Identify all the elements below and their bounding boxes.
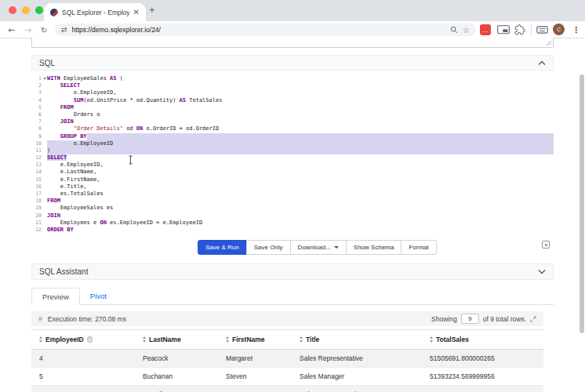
code-text: e.Title,: [47, 183, 87, 191]
column-header-totalsales[interactable]: TotalSales: [422, 336, 543, 343]
address-bar[interactable]: ⇄ https://demo.sqlexplorer.io/24/ ☆: [55, 24, 476, 36]
zoom-window-button[interactable]: [35, 6, 43, 14]
reload-icon[interactable]: ↻: [41, 21, 47, 38]
expand-results-icon[interactable]: [530, 316, 536, 322]
sort-icon[interactable]: [226, 336, 229, 343]
line-number: 11: [31, 147, 42, 154]
table-row[interactable]: 3LeverlingJanetSales Representative50455…: [31, 386, 543, 392]
tab-pivot[interactable]: Pivot: [80, 287, 117, 304]
sql-assistant-panel[interactable]: SQL Assistant: [31, 263, 554, 280]
line-number: 16: [31, 183, 42, 191]
keyboard-icon[interactable]: [536, 26, 548, 34]
adblock-extension-icon[interactable]: ...: [480, 24, 491, 35]
table-cell: 51505691.800000265: [422, 354, 543, 362]
code-line[interactable]: 17 es.TotalSales: [31, 191, 554, 198]
window-controls: [9, 6, 43, 14]
code-line[interactable]: 15 e.FirstName,: [31, 176, 554, 183]
column-header-title[interactable]: Title: [292, 336, 422, 343]
collapse-chevron-up-icon[interactable]: [538, 60, 546, 66]
site-settings-icon[interactable]: ⇄: [61, 26, 67, 34]
code-line[interactable]: 19 EmployeeSales es: [31, 205, 554, 212]
code-text: es.TotalSales: [47, 191, 104, 198]
column-header-firstname[interactable]: FirstName: [218, 336, 292, 343]
site-favicon: [50, 9, 58, 16]
code-line[interactable]: 9 GROUP BY: [31, 133, 554, 140]
show-schema-button[interactable]: Show Schema: [346, 240, 402, 255]
minimize-window-button[interactable]: [22, 6, 30, 14]
code-line[interactable]: 1WITH EmployeeSales AS (: [31, 75, 554, 82]
close-window-button[interactable]: [9, 6, 16, 14]
code-line[interactable]: 3 o.EmployeeID,: [31, 89, 554, 96]
sort-icon[interactable]: [430, 336, 433, 343]
line-number: 2: [31, 82, 42, 89]
fold-chevron-icon[interactable]: [42, 75, 47, 82]
code-line[interactable]: 12SELECT: [31, 154, 554, 162]
url-text[interactable]: https://demo.sqlexplorer.io/24/: [72, 26, 445, 34]
column-header-employeeid[interactable]: EmployeeID: [31, 336, 135, 343]
table-row[interactable]: 5BuchananStevenSales Manager51393234.569…: [31, 368, 543, 386]
code-text: o.EmployeeID,: [47, 89, 117, 96]
new-tab-button[interactable]: +: [149, 4, 155, 16]
column-header-label: EmployeeID: [45, 336, 84, 343]
fold-gutter: [42, 220, 47, 227]
sort-icon[interactable]: [143, 336, 146, 343]
code-line[interactable]: 20JOIN: [31, 212, 554, 220]
code-text: Employees e ON es.EmployeeID = e.Employe…: [47, 220, 202, 227]
code-line[interactable]: 8 "Order Details" od ON o.OrderID = od.O…: [31, 125, 554, 132]
page-size-input[interactable]: [461, 314, 479, 324]
code-line[interactable]: 16 e.Title,: [31, 183, 554, 191]
table-row[interactable]: 4PeacockMargaretSales Representative5150…: [31, 350, 543, 368]
tab-preview[interactable]: Preview: [31, 288, 80, 305]
textarea-resize-handle[interactable]: [546, 40, 552, 46]
fold-gutter: [42, 212, 47, 220]
fold-gutter: [42, 227, 47, 234]
fold-gutter: [42, 176, 47, 183]
code-line[interactable]: 13 e.EmployeeID,: [31, 162, 554, 169]
table-cell: Peacock: [135, 354, 218, 362]
code-line[interactable]: 14 e.LastName,: [31, 169, 554, 176]
forward-icon[interactable]: →: [24, 21, 31, 38]
query-actions: Save & Run Save Only Download... Show Sc…: [198, 240, 437, 255]
expand-chevron-down-icon[interactable]: [538, 269, 546, 274]
code-line[interactable]: 4 SUM(od.UnitPrice * od.Quantity) AS Tot…: [31, 97, 554, 104]
fold-gutter: [42, 183, 47, 191]
code-line[interactable]: 21 Employees e ON es.EmployeeID = e.Empl…: [31, 220, 554, 227]
search-zoom-icon[interactable]: [450, 26, 458, 34]
results-table-body: 4PeacockMargaretSales Representative5150…: [31, 350, 543, 392]
code-line[interactable]: 18FROM: [31, 198, 554, 205]
browser-tab[interactable]: SQL Explorer - Employee sale ✕: [44, 3, 146, 21]
profile-avatar[interactable]: C: [553, 24, 565, 35]
sort-icon[interactable]: [39, 336, 42, 343]
sql-panel-header[interactable]: SQL: [31, 55, 554, 71]
browser-menu-icon[interactable]: ⋮: [572, 21, 580, 38]
extensions-puzzle-icon[interactable]: [514, 24, 525, 35]
code-line[interactable]: 6 Orders o: [31, 111, 554, 118]
column-header-lastname[interactable]: LastName: [135, 336, 218, 343]
code-line[interactable]: 2 SELECT: [31, 82, 554, 89]
code-line[interactable]: 11): [31, 147, 554, 154]
save-and-run-button[interactable]: Save & Run: [198, 240, 247, 255]
sql-code-editor[interactable]: 1WITH EmployeeSales AS (2 SELECT3 o.Empl…: [31, 71, 554, 237]
description-textarea-bottom[interactable]: [31, 38, 554, 48]
table-cell: 5: [31, 372, 135, 380]
code-text: "Order Details" od ON o.OrderID = od.Ord…: [47, 125, 219, 132]
code-line[interactable]: 22ORDER BY: [31, 227, 554, 234]
format-button[interactable]: Format: [401, 240, 436, 255]
code-line[interactable]: 10 o.EmployeeID: [31, 140, 554, 147]
page-scrollbar-thumb[interactable]: [580, 74, 584, 333]
sort-icon[interactable]: [300, 336, 303, 343]
code-line[interactable]: 7 JOIN: [31, 118, 554, 125]
code-text: EmployeeSales es: [47, 205, 113, 212]
bookmark-star-icon[interactable]: ☆: [463, 26, 470, 34]
picture-in-picture-icon[interactable]: [497, 25, 510, 34]
tab-close-icon[interactable]: ✕: [133, 9, 140, 16]
save-only-button[interactable]: Save Only: [246, 240, 291, 255]
back-icon[interactable]: ←: [8, 21, 15, 38]
line-number: 20: [31, 212, 42, 220]
table-cell: 4: [31, 354, 135, 362]
browser-toolbar: ← → ↻ ⇄ https://demo.sqlexplorer.io/24/ …: [0, 21, 585, 38]
fullscreen-editor-icon[interactable]: [542, 241, 550, 249]
filter-icon[interactable]: [87, 336, 93, 343]
download-button[interactable]: Download...: [290, 240, 347, 255]
code-line[interactable]: 5 FROM: [31, 104, 554, 111]
